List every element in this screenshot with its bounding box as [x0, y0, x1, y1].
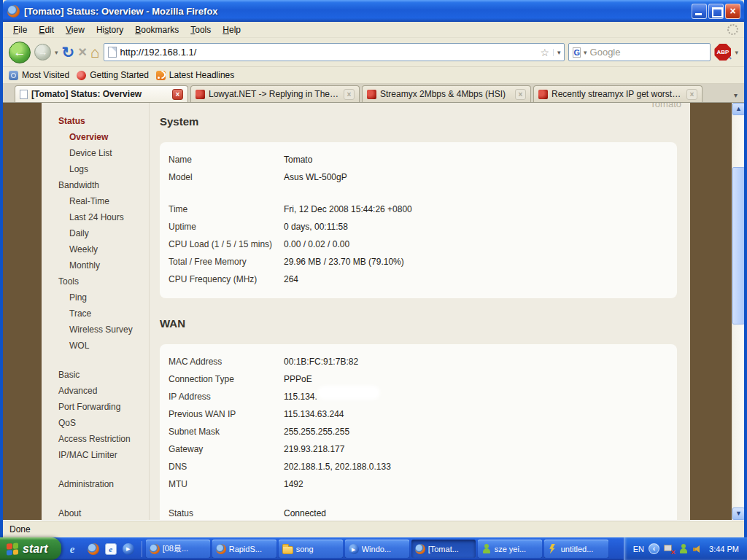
menu-history[interactable]: History	[90, 23, 129, 37]
reload-button[interactable]: ↻	[62, 45, 75, 60]
tab-close-icon[interactable]: ×	[172, 89, 183, 100]
status-text: Done	[9, 524, 31, 534]
menu-help[interactable]: Help	[217, 23, 247, 37]
taskbar-button-08[interactable]: [08最...	[146, 540, 210, 558]
table-row: CPU Frequency (MHz)264	[169, 271, 677, 288]
tab-close-icon[interactable]: ×	[686, 89, 697, 100]
start-button[interactable]: start	[0, 537, 61, 560]
url-dropdown[interactable]: ▾	[553, 49, 561, 56]
back-history-dropdown[interactable]: ▾	[55, 49, 58, 56]
search-engine-dropdown[interactable]: ▾	[584, 49, 587, 56]
firefox-window: [Tomato] Status: Overview - Mozilla Fire…	[0, 0, 747, 537]
lowyat-favicon	[196, 90, 205, 99]
sidebar-item-basic[interactable]: Basic	[42, 367, 149, 383]
adblock-dropdown[interactable]: ▾	[735, 49, 738, 56]
volume-icon[interactable]	[693, 545, 703, 553]
tab-close-icon[interactable]: ×	[344, 89, 355, 100]
sidebar-item-bandwidth[interactable]: Bandwidth	[42, 177, 149, 193]
menu-bookmarks[interactable]: Bookmarks	[129, 23, 185, 37]
taskbar-button-untitled[interactable]: untitled...	[544, 540, 608, 558]
forward-button[interactable]: →	[34, 44, 51, 61]
taskbar-button-windows[interactable]: ▶Windo...	[345, 540, 409, 558]
tab-streamyx[interactable]: Streamyx 2Mbps & 4Mbps (HSI) ×	[362, 85, 531, 102]
sidebar-item-ip-mac-limiter[interactable]: IP/MAC Limiter	[42, 447, 149, 463]
stop-button[interactable]: ×	[78, 44, 87, 61]
windows-explorer-icon[interactable]: e	[105, 543, 117, 555]
table-row: TimeFri, 12 Dec 2008 15:44:26 +0800	[169, 201, 677, 218]
sidebar-item-tools[interactable]: Tools	[42, 273, 149, 289]
adblock-plus-icon[interactable]: ABP	[714, 44, 731, 61]
most-visited-icon	[9, 71, 18, 80]
sidebar-item-access-restriction[interactable]: Access Restriction	[42, 431, 149, 447]
clock: 3:44 PM	[709, 545, 739, 553]
firefox-icon	[415, 544, 425, 554]
scroll-up-icon[interactable]: ▲	[732, 103, 744, 115]
tab-recently-streamyx[interactable]: Recently streamyx IP get worst 1... ×	[533, 85, 703, 102]
table-row: Subnet Mask255.255.255.255	[169, 423, 677, 440]
redaction-smudge	[320, 388, 378, 397]
sidebar-item-weekly[interactable]: Weekly	[42, 241, 149, 257]
tab-tomato[interactable]: [Tomato] Status: Overview ×	[15, 85, 188, 102]
lowyat-favicon	[367, 90, 376, 99]
sidebar-item-trace[interactable]: Trace	[42, 306, 149, 322]
sidebar-item-status[interactable]: Status	[42, 113, 149, 129]
sidebar-item-last-24-hours[interactable]: Last 24 Hours	[42, 209, 149, 225]
messenger-tray-icon[interactable]	[678, 544, 689, 554]
firefox-icon	[7, 5, 20, 18]
internet-explorer-icon[interactable]: e	[70, 543, 82, 555]
sidebar-item-administration[interactable]: Administration	[42, 476, 149, 492]
scrollbar-thumb[interactable]	[732, 167, 744, 324]
close-button[interactable]: ×	[725, 4, 740, 19]
taskbar-button-tomato[interactable]: [Tomat...	[411, 540, 476, 558]
tab-close-icon[interactable]: ×	[515, 89, 526, 100]
hide-tray-icons-icon[interactable]: ‹	[649, 543, 659, 554]
bookmark-most-visited[interactable]: Most Visited	[9, 70, 69, 80]
sidebar-item-about[interactable]: About	[42, 505, 149, 520]
sidebar-item-device-list[interactable]: Device List	[42, 145, 149, 161]
sidebar-item-qos[interactable]: QoS	[42, 415, 149, 431]
sidebar-item-real-time[interactable]: Real-Time	[42, 193, 149, 209]
url-bar[interactable]: ☆ ▾	[104, 43, 565, 61]
tab-lowyat[interactable]: Lowyat.NET -> Replying in The T... ×	[190, 85, 360, 102]
scroll-down-icon[interactable]: ▼	[732, 508, 744, 520]
muted-audio-icon[interactable]: ×	[664, 545, 674, 553]
sidebar-item-overview[interactable]: Overview	[42, 129, 149, 145]
maximize-button[interactable]	[708, 4, 724, 19]
home-button[interactable]: ⌂	[90, 44, 100, 61]
taskbar-button-song[interactable]: song	[279, 540, 343, 558]
search-bar[interactable]: G ▾	[568, 43, 711, 61]
menu-edit[interactable]: Edit	[33, 23, 60, 37]
taskbar-button-sze-yei[interactable]: sze yei...	[478, 540, 542, 558]
sidebar-item-monthly[interactable]: Monthly	[42, 257, 149, 273]
tab-strip: [Tomato] Status: Overview × Lowyat.NET -…	[3, 84, 744, 103]
sidebar-item-daily[interactable]: Daily	[42, 225, 149, 241]
table-row: Total / Free Memory29.96 MB / 23.70 MB (…	[169, 253, 677, 271]
url-input[interactable]	[120, 47, 537, 58]
menu-tools[interactable]: Tools	[185, 23, 217, 37]
language-indicator[interactable]: EN	[633, 545, 644, 553]
bookmark-getting-started[interactable]: Getting Started	[77, 70, 149, 80]
system-tray: EN ‹ × 3:44 PM	[624, 537, 747, 560]
vertical-scrollbar[interactable]: ▲ ▼	[732, 103, 744, 520]
sidebar-item-logs[interactable]: Logs	[42, 161, 149, 177]
firefox-icon[interactable]	[88, 543, 99, 555]
taskbar-button-rapidshare[interactable]: RapidS...	[212, 540, 276, 558]
page-right-margin	[690, 103, 732, 520]
sidebar-item-wol[interactable]: WOL	[42, 338, 149, 354]
sidebar-item-port-forwarding[interactable]: Port Forwarding	[42, 399, 149, 415]
search-input[interactable]	[590, 47, 719, 58]
list-all-tabs-dropdown[interactable]: ▾	[729, 91, 742, 99]
sidebar-item-wireless-survey[interactable]: Wireless Survey	[42, 322, 149, 338]
bookmark-star-icon[interactable]: ☆	[540, 47, 549, 58]
status-bar: Done	[3, 520, 744, 537]
sidebar-item-ping[interactable]: Ping	[42, 289, 149, 306]
sidebar-item-advanced[interactable]: Advanced	[42, 383, 149, 399]
google-engine-icon[interactable]: G	[573, 47, 581, 58]
navigation-toolbar: ← → ▾ ↻ × ⌂ ☆ ▾ G ▾ ABP ▾	[3, 38, 744, 67]
minimize-button[interactable]	[692, 4, 707, 19]
media-player-icon[interactable]: ▶	[123, 543, 134, 555]
menu-file[interactable]: File	[7, 23, 33, 37]
bookmark-latest-headlines[interactable]: Latest Headlines	[156, 70, 234, 80]
menu-view[interactable]: View	[60, 23, 90, 37]
back-button[interactable]: ←	[9, 42, 31, 63]
